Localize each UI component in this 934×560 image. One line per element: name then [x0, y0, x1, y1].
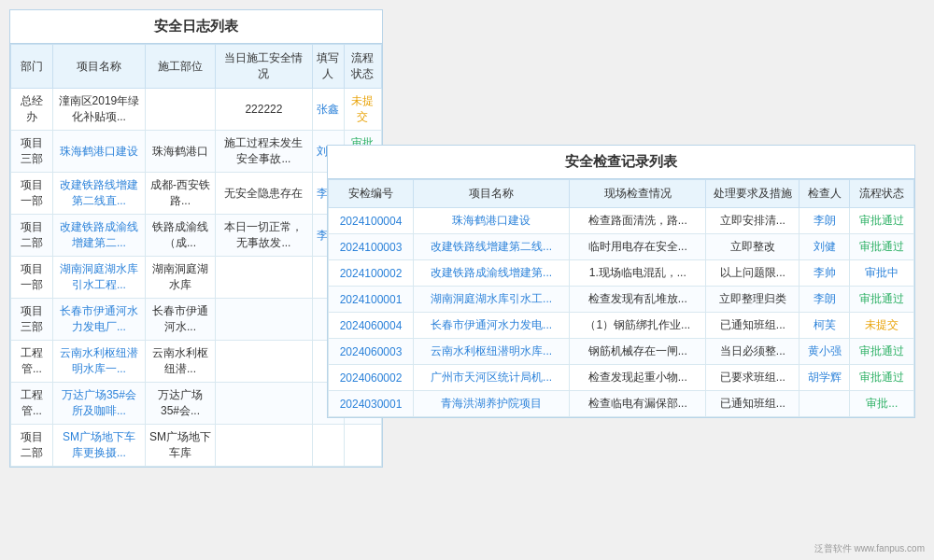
right-table-header: 安检编号项目名称现场检查情况处理要求及措施检查人流程状态	[329, 180, 914, 208]
table-cell: 铁路成渝线（成...	[145, 215, 215, 257]
table-cell: 审批通过	[850, 365, 914, 391]
table-cell[interactable]: 李帅	[800, 260, 850, 287]
table-cell[interactable]: 2024100003	[329, 234, 414, 260]
table-cell[interactable]: 改建铁路成渝线增建第...	[414, 260, 570, 287]
table-cell: 潼南区2019年绿化补贴项...	[52, 89, 145, 131]
left-table-header-cell: 填写人	[312, 45, 344, 89]
table-cell	[145, 89, 215, 131]
table-cell: 珠海鹤港口	[145, 131, 215, 173]
right-table: 安检编号项目名称现场检查情况处理要求及措施检查人流程状态 2024100004珠…	[328, 179, 914, 417]
table-cell: 项目二部	[11, 425, 53, 467]
table-cell: 项目二部	[11, 215, 53, 257]
table-cell	[216, 341, 313, 383]
table-cell: 项目一部	[11, 173, 53, 215]
table-cell: 已要求班组...	[706, 365, 800, 391]
table-cell[interactable]: 胡学辉	[800, 365, 850, 391]
table-cell: 审批通过	[850, 208, 914, 234]
table-cell: 项目一部	[11, 257, 53, 299]
table-cell: SM广场地下车库	[145, 425, 215, 467]
table-cell: （1）钢筋绑扎作业...	[570, 313, 706, 339]
table-cell[interactable]: 2024100004	[329, 208, 414, 234]
right-table-header-cell: 流程状态	[850, 180, 914, 208]
table-cell: 未提交	[344, 89, 381, 131]
table-cell: 审批...	[850, 391, 914, 417]
table-cell	[312, 425, 344, 467]
table-cell: 项目三部	[11, 299, 53, 341]
table-row: 2024030001青海洪湖养护院项目检查临电有漏保部...已通知班组...审批…	[329, 391, 914, 417]
table-cell[interactable]: 万达广场35#会所及咖啡...	[52, 383, 145, 425]
table-cell[interactable]: 柯芙	[800, 313, 850, 339]
table-cell	[344, 425, 381, 467]
table-cell[interactable]: 2024100001	[329, 287, 414, 313]
table-cell: 无安全隐患存在	[216, 173, 313, 215]
table-cell[interactable]: 黄小强	[800, 339, 850, 365]
table-row: 2024100002改建铁路成渝线增建第...1.现场临电混乱，...以上问题限…	[329, 260, 914, 287]
table-cell[interactable]: 2024060004	[329, 313, 414, 339]
table-cell[interactable]: 湖南洞庭湖水库引水工...	[414, 287, 570, 313]
table-cell[interactable]: 改建铁路成渝线增建第二...	[52, 215, 145, 257]
table-cell: 1.现场临电混乱，...	[570, 260, 706, 287]
table-cell[interactable]: 广州市天河区统计局机...	[414, 365, 570, 391]
table-cell[interactable]: 改建铁路线增建第二线直...	[52, 173, 145, 215]
table-cell[interactable]: 青海洪湖养护院项目	[414, 391, 570, 417]
table-cell[interactable]: 湖南洞庭湖水库引水工程...	[52, 257, 145, 299]
table-cell[interactable]: 李朗	[800, 208, 850, 234]
table-cell[interactable]: 2024030001	[329, 391, 414, 417]
table-cell	[216, 299, 313, 341]
table-row: 项目三部长春市伊通河水力发电厂...长春市伊通河水...	[11, 299, 382, 341]
left-table-body: 总经办潼南区2019年绿化补贴项...222222张鑫未提交项目三部珠海鹤港口建…	[11, 89, 382, 467]
table-cell: 立即整改	[706, 234, 800, 260]
right-table-header-cell: 检查人	[800, 180, 850, 208]
table-cell[interactable]: 珠海鹤港口建设	[52, 131, 145, 173]
table-cell: 当日必须整...	[706, 339, 800, 365]
table-row: 项目二部SM广场地下车库更换摄...SM广场地下车库	[11, 425, 382, 467]
table-cell: 湖南洞庭湖水库	[145, 257, 215, 299]
table-cell[interactable]: SM广场地下车库更换摄...	[52, 425, 145, 467]
table-cell: 审批通过	[850, 234, 914, 260]
right-panel: 安全检查记录列表 安检编号项目名称现场检查情况处理要求及措施检查人流程状态 20…	[327, 145, 915, 418]
table-cell[interactable]: 云南水利枢纽潜明水库一...	[52, 341, 145, 383]
left-table-title: 安全日志列表	[10, 10, 382, 44]
table-row: 2024100001湖南洞庭湖水库引水工...检查发现有乱堆放...立即整理归类…	[329, 287, 914, 313]
right-table-body: 2024100004珠海鹤港口建设检查路面清洗，路...立即安排清...李朗审批…	[329, 208, 914, 417]
right-table-header-cell: 项目名称	[414, 180, 570, 208]
table-cell: 钢筋机械存在一闸...	[570, 339, 706, 365]
table-row: 2024100004珠海鹤港口建设检查路面清洗，路...立即安排清...李朗审批…	[329, 208, 914, 234]
table-cell: 本日一切正常，无事故发...	[216, 215, 313, 257]
table-cell[interactable]: 2024100002	[329, 260, 414, 287]
table-cell: 222222	[216, 89, 313, 131]
table-cell: 检查路面清洗，路...	[570, 208, 706, 234]
left-table-header-cell: 项目名称	[52, 45, 145, 89]
table-cell: 审批中	[850, 260, 914, 287]
right-table-header-cell: 现场检查情况	[570, 180, 706, 208]
table-cell[interactable]: 刘健	[800, 234, 850, 260]
table-cell[interactable]: 2024060003	[329, 339, 414, 365]
table-cell: 立即整理归类	[706, 287, 800, 313]
table-cell[interactable]: 长春市伊通河水力发电厂...	[52, 299, 145, 341]
table-cell: 工程管...	[11, 341, 53, 383]
table-cell: 临时用电存在安全...	[570, 234, 706, 260]
table-row: 项目一部湖南洞庭湖水库引水工程...湖南洞庭湖水库	[11, 257, 382, 299]
table-row: 2024060003云南水利枢纽潜明水库...钢筋机械存在一闸...当日必须整.…	[329, 339, 914, 365]
right-table-header-cell: 处理要求及措施	[706, 180, 800, 208]
table-cell[interactable]: 李朗	[800, 287, 850, 313]
right-table-header-cell: 安检编号	[329, 180, 414, 208]
table-cell[interactable]: 2024060002	[329, 365, 414, 391]
left-table-header: 部门项目名称施工部位当日施工安全情况填写人流程状态	[11, 45, 382, 89]
table-cell[interactable]: 珠海鹤港口建设	[414, 208, 570, 234]
table-cell[interactable]: 改建铁路线增建第二线...	[414, 234, 570, 260]
table-cell: 长春市伊通河水...	[145, 299, 215, 341]
table-cell[interactable]: 长春市伊通河水力发电...	[414, 313, 570, 339]
table-cell: 万达广场35#会...	[145, 383, 215, 425]
table-cell[interactable]: 张鑫	[312, 89, 344, 131]
table-row: 工程管...万达广场35#会所及咖啡...万达广场35#会...	[11, 383, 382, 425]
table-cell	[216, 383, 313, 425]
table-row: 总经办潼南区2019年绿化补贴项...222222张鑫未提交	[11, 89, 382, 131]
table-row: 2024060002广州市天河区统计局机...检查发现起重小物...已要求班组.…	[329, 365, 914, 391]
table-cell: 已通知班组...	[706, 391, 800, 417]
table-cell: 检查发现有乱堆放...	[570, 287, 706, 313]
table-cell	[800, 391, 850, 417]
table-cell[interactable]: 云南水利枢纽潜明水库...	[414, 339, 570, 365]
table-row: 项目一部改建铁路线增建第二线直...成都-西安铁路...无安全隐患存在李帅作废	[11, 173, 382, 215]
table-cell: 立即安排清...	[706, 208, 800, 234]
